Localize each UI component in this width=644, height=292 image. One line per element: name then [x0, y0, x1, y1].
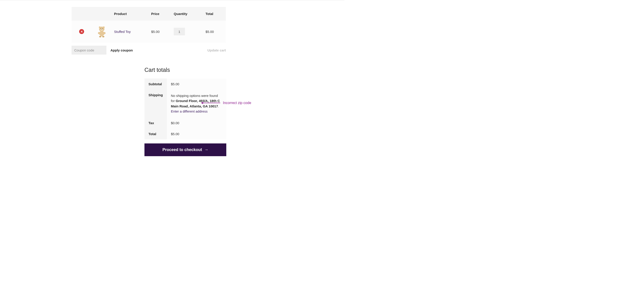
product-name-link[interactable]: Stuffed Toy	[114, 30, 131, 34]
cart-table: Product Price Quantity Total ✕	[72, 7, 226, 43]
subtotal-value: $5.00	[167, 79, 226, 90]
svg-point-10	[102, 29, 103, 29]
total-label: Total	[144, 128, 167, 139]
svg-point-2	[103, 27, 105, 28]
cart-totals-heading: Cart totals	[144, 67, 226, 73]
x-circle-icon: ✕	[80, 30, 83, 33]
item-total: $5.00	[203, 21, 226, 43]
shipping-address: Ground Floor, 493/A, 18th C Main Road, A…	[171, 99, 220, 108]
proceed-to-checkout-button[interactable]: Proceed to checkout →	[144, 143, 226, 156]
annotation-text: Incorrect zip code	[223, 101, 251, 105]
cart-row: ✕	[72, 21, 226, 43]
total-value: $5.00	[167, 128, 226, 139]
svg-point-6	[99, 36, 101, 37]
svg-point-1	[99, 27, 100, 28]
coupon-code-input[interactable]	[72, 46, 106, 55]
shipping-label: Shipping	[144, 90, 167, 117]
svg-point-11	[102, 29, 102, 30]
quantity-input[interactable]	[174, 28, 185, 35]
arrow-right-icon: →	[204, 147, 208, 152]
enter-different-address-link[interactable]: Enter a different address	[171, 109, 208, 114]
tax-label: Tax	[144, 117, 167, 128]
subtotal-label: Subtotal	[144, 79, 167, 90]
column-price: Price	[149, 7, 172, 21]
cart-actions-row: Apply coupon Update cart	[72, 43, 226, 55]
cart-totals-section: Cart totals Subtotal $5.00 Shipping No s…	[144, 67, 226, 156]
svg-point-9	[100, 29, 101, 29]
column-quantity: Quantity	[172, 7, 203, 21]
checkout-button-label: Proceed to checkout	[162, 147, 202, 152]
svg-point-7	[102, 36, 104, 37]
shipping-message-suffix: .	[218, 104, 219, 108]
column-remove	[72, 7, 92, 21]
column-product: Product	[112, 7, 149, 21]
product-thumbnail[interactable]	[96, 26, 107, 38]
apply-coupon-button[interactable]: Apply coupon	[106, 48, 137, 52]
cart-totals-table: Subtotal $5.00 Shipping No shipping opti…	[144, 79, 226, 139]
svg-point-5	[103, 32, 106, 34]
column-thumbnail	[92, 7, 112, 21]
tax-value: $0.00	[167, 117, 226, 128]
item-price: $5.00	[149, 21, 172, 43]
svg-point-4	[98, 32, 100, 34]
remove-item-button[interactable]: ✕	[79, 29, 84, 34]
update-cart-button[interactable]: Update cart	[207, 48, 226, 52]
column-total: Total	[203, 7, 226, 21]
